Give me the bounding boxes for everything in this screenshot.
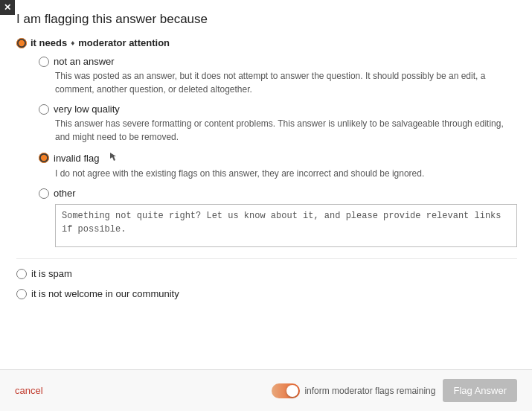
other-label[interactable]: other [39,188,517,199]
toggle-wrap: inform moderator flags remaining [272,383,435,398]
needs-text: it needs [31,37,67,48]
flag-dialog: ✕ I am flagging this answer because it n… [0,0,532,411]
moderator-header: it needs ♦ moderator attention [16,37,517,48]
option-very-low-quality: very low quality This answer has severe … [39,103,517,144]
diamond-icon: ♦ [71,39,74,47]
cursor-icon [105,151,118,165]
dialog-title: I am flagging this answer because [0,0,532,37]
toggle-knob [286,385,298,397]
not-an-answer-desc: This was posted as an answer, but it doe… [55,69,517,96]
other-textarea-wrap: Something not quite right? Let us know a… [55,201,517,249]
very-low-quality-label[interactable]: very low quality [39,103,517,115]
option-other: other Something not quite right? Let us … [39,188,517,249]
other-textarea[interactable]: Something not quite right? Let us know a… [55,204,517,247]
not-welcome-text: it is not welcome in our community [31,288,179,299]
toggle-label: inform moderator flags remaining [304,386,435,396]
cancel-link[interactable]: cancel [15,385,43,396]
spam-text: it is spam [31,268,72,279]
not-welcome-label[interactable]: it is not welcome in our community [16,288,517,299]
invalid-flag-label[interactable]: invalid flag [39,151,517,165]
moderator-radio[interactable] [16,38,27,48]
dialog-body: it needs ♦ moderator attention not an an… [0,37,532,307]
very-low-quality-radio[interactable] [39,104,49,115]
moderator-attention-text: moderator attention [78,37,170,48]
not-an-answer-label[interactable]: not an answer [39,56,517,67]
spam-radio[interactable] [16,269,27,279]
dialog-footer: cancel inform moderator flags remaining … [0,369,532,411]
other-radio[interactable] [39,188,49,199]
not-welcome-radio[interactable] [16,289,27,299]
option-not-an-answer: not an answer This was posted as an answ… [39,56,517,96]
inform-moderator-toggle[interactable] [272,383,300,398]
not-an-answer-text: not an answer [54,56,115,67]
very-low-quality-text: very low quality [54,103,120,115]
option-invalid-flag: invalid flag I do not agree with the exi… [39,151,517,180]
divider-1 [16,258,517,259]
other-text: other [54,188,76,199]
moderator-label[interactable]: it needs ♦ moderator attention [16,37,170,48]
footer-right: inform moderator flags remaining Flag An… [272,379,517,402]
invalid-flag-desc: I do not agree with the existing flags o… [55,167,517,180]
sub-options: not an answer This was posted as an answ… [39,56,517,249]
close-button[interactable]: ✕ [0,0,15,15]
invalid-flag-radio[interactable] [39,153,49,163]
invalid-flag-text: invalid flag [54,153,99,164]
very-low-quality-desc: This answer has severe formatting or con… [55,117,517,144]
moderator-section: it needs ♦ moderator attention not an an… [16,37,517,249]
spam-label[interactable]: it is spam [16,268,517,279]
top-level-options: it is spam it is not welcome in our comm… [16,268,517,299]
not-an-answer-radio[interactable] [39,57,49,67]
flag-answer-button[interactable]: Flag Answer [443,379,517,402]
